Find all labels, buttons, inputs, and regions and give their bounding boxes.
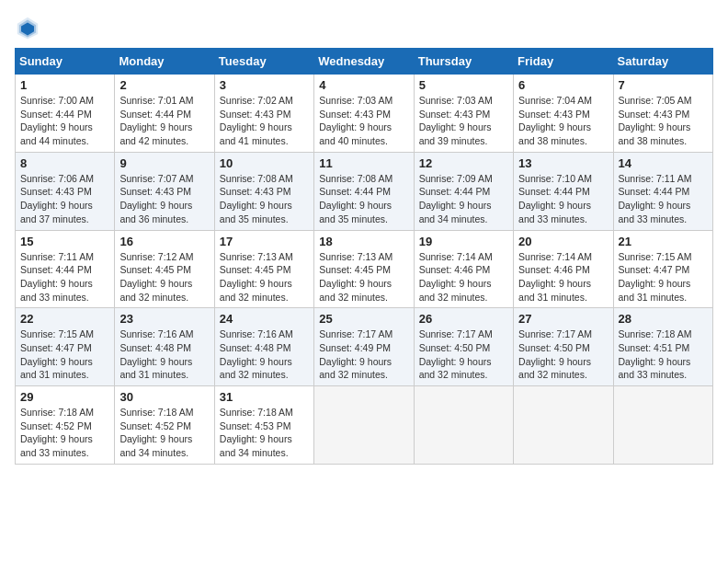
logo-icon: [15, 15, 40, 40]
day-number: 25: [319, 312, 408, 326]
day-of-week-header: Tuesday: [214, 49, 313, 75]
calendar-cell: 24Sunrise: 7:16 AMSunset: 4:48 PMDayligh…: [214, 308, 313, 386]
day-number: 9: [119, 156, 209, 170]
day-number: 10: [220, 156, 309, 170]
day-info: Sunrise: 7:15 AMSunset: 4:47 PMDaylight:…: [619, 250, 708, 304]
day-number: 11: [319, 156, 408, 170]
calendar-cell: 28Sunrise: 7:18 AMSunset: 4:51 PMDayligh…: [613, 308, 712, 386]
day-number: 2: [119, 78, 209, 92]
day-info: Sunrise: 7:06 AMSunset: 4:43 PMDaylight:…: [20, 172, 109, 226]
day-info: Sunrise: 7:00 AMSunset: 4:44 PMDaylight:…: [20, 94, 109, 148]
day-number: 16: [119, 235, 209, 248]
day-number: 26: [419, 312, 508, 326]
day-number: 22: [20, 312, 109, 326]
calendar-cell: 26Sunrise: 7:17 AMSunset: 4:50 PMDayligh…: [414, 308, 513, 386]
day-info: Sunrise: 7:08 AMSunset: 4:43 PMDaylight:…: [220, 172, 309, 226]
calendar-cell: 6Sunrise: 7:04 AMSunset: 4:43 PMDaylight…: [514, 75, 613, 153]
day-number: 8: [20, 156, 109, 170]
day-info: Sunrise: 7:03 AMSunset: 4:43 PMDaylight:…: [419, 94, 508, 148]
day-info: Sunrise: 7:14 AMSunset: 4:46 PMDaylight:…: [419, 250, 508, 304]
calendar-cell: 11Sunrise: 7:08 AMSunset: 4:44 PMDayligh…: [314, 152, 414, 230]
calendar-cell: 29Sunrise: 7:18 AMSunset: 4:52 PMDayligh…: [16, 386, 115, 465]
day-number: 12: [419, 156, 508, 170]
calendar-cell: 5Sunrise: 7:03 AMSunset: 4:43 PMDaylight…: [414, 75, 513, 153]
calendar-cell: 4Sunrise: 7:03 AMSunset: 4:43 PMDaylight…: [314, 75, 414, 153]
day-info: Sunrise: 7:04 AMSunset: 4:43 PMDaylight:…: [518, 94, 608, 148]
day-number: 23: [119, 312, 209, 326]
day-of-week-header: Friday: [514, 49, 613, 75]
day-info: Sunrise: 7:08 AMSunset: 4:44 PMDaylight:…: [319, 172, 408, 226]
day-info: Sunrise: 7:16 AMSunset: 4:48 PMDaylight:…: [220, 327, 309, 382]
day-number: 7: [619, 78, 708, 92]
calendar-header-row: SundayMondayTuesdayWednesdayThursdayFrid…: [16, 49, 713, 75]
day-info: Sunrise: 7:18 AMSunset: 4:53 PMDaylight:…: [220, 406, 309, 460]
day-of-week-header: Sunday: [16, 49, 115, 75]
calendar-table: SundayMondayTuesdayWednesdayThursdayFrid…: [15, 48, 713, 465]
calendar-cell: 3Sunrise: 7:02 AMSunset: 4:43 PMDaylight…: [214, 75, 313, 153]
day-number: 1: [20, 78, 109, 92]
day-number: 6: [518, 78, 608, 92]
page-header: [15, 15, 713, 40]
day-info: Sunrise: 7:07 AMSunset: 4:43 PMDaylight:…: [119, 172, 209, 226]
day-number: 29: [20, 390, 109, 404]
calendar-cell: [613, 386, 712, 465]
day-number: 27: [518, 312, 608, 326]
calendar-cell: 30Sunrise: 7:18 AMSunset: 4:52 PMDayligh…: [115, 386, 214, 465]
day-info: Sunrise: 7:18 AMSunset: 4:52 PMDaylight:…: [20, 406, 109, 460]
logo: [15, 15, 44, 40]
day-info: Sunrise: 7:11 AMSunset: 4:44 PMDaylight:…: [20, 250, 109, 304]
calendar-cell: 1Sunrise: 7:00 AMSunset: 4:44 PMDaylight…: [16, 75, 115, 153]
day-info: Sunrise: 7:12 AMSunset: 4:45 PMDaylight:…: [119, 250, 209, 304]
calendar-week-row: 1Sunrise: 7:00 AMSunset: 4:44 PMDaylight…: [16, 75, 713, 153]
calendar-cell: [414, 386, 513, 465]
day-info: Sunrise: 7:17 AMSunset: 4:50 PMDaylight:…: [518, 327, 608, 382]
day-info: Sunrise: 7:14 AMSunset: 4:46 PMDaylight:…: [518, 250, 608, 304]
day-number: 28: [619, 312, 708, 326]
day-info: Sunrise: 7:09 AMSunset: 4:44 PMDaylight:…: [419, 172, 508, 226]
day-info: Sunrise: 7:11 AMSunset: 4:44 PMDaylight:…: [619, 172, 708, 226]
calendar-cell: 23Sunrise: 7:16 AMSunset: 4:48 PMDayligh…: [115, 308, 214, 386]
calendar-week-row: 8Sunrise: 7:06 AMSunset: 4:43 PMDaylight…: [16, 152, 713, 230]
day-info: Sunrise: 7:02 AMSunset: 4:43 PMDaylight:…: [220, 94, 309, 148]
day-number: 24: [220, 312, 309, 326]
calendar-cell: 2Sunrise: 7:01 AMSunset: 4:44 PMDaylight…: [115, 75, 214, 153]
calendar-cell: [314, 386, 414, 465]
calendar-cell: 7Sunrise: 7:05 AMSunset: 4:43 PMDaylight…: [613, 75, 712, 153]
calendar-cell: 25Sunrise: 7:17 AMSunset: 4:49 PMDayligh…: [314, 308, 414, 386]
day-info: Sunrise: 7:01 AMSunset: 4:44 PMDaylight:…: [119, 94, 209, 148]
day-number: 19: [419, 235, 508, 248]
day-number: 13: [518, 156, 608, 170]
day-info: Sunrise: 7:03 AMSunset: 4:43 PMDaylight:…: [319, 94, 408, 148]
day-info: Sunrise: 7:17 AMSunset: 4:49 PMDaylight:…: [319, 327, 408, 382]
calendar-cell: 18Sunrise: 7:13 AMSunset: 4:45 PMDayligh…: [314, 230, 414, 308]
day-number: 30: [119, 390, 209, 404]
day-number: 31: [220, 390, 309, 404]
calendar-week-row: 15Sunrise: 7:11 AMSunset: 4:44 PMDayligh…: [16, 230, 713, 308]
day-info: Sunrise: 7:13 AMSunset: 4:45 PMDaylight:…: [319, 250, 408, 304]
day-info: Sunrise: 7:10 AMSunset: 4:44 PMDaylight:…: [518, 172, 608, 226]
day-number: 14: [619, 156, 708, 170]
calendar-cell: 27Sunrise: 7:17 AMSunset: 4:50 PMDayligh…: [514, 308, 613, 386]
calendar-cell: 10Sunrise: 7:08 AMSunset: 4:43 PMDayligh…: [214, 152, 313, 230]
day-number: 15: [20, 235, 109, 248]
calendar-cell: 22Sunrise: 7:15 AMSunset: 4:47 PMDayligh…: [16, 308, 115, 386]
day-number: 21: [619, 235, 708, 248]
calendar-cell: 19Sunrise: 7:14 AMSunset: 4:46 PMDayligh…: [414, 230, 513, 308]
calendar-cell: 15Sunrise: 7:11 AMSunset: 4:44 PMDayligh…: [16, 230, 115, 308]
day-info: Sunrise: 7:15 AMSunset: 4:47 PMDaylight:…: [20, 327, 109, 382]
day-number: 3: [220, 78, 309, 92]
day-of-week-header: Thursday: [414, 49, 513, 75]
calendar-cell: 31Sunrise: 7:18 AMSunset: 4:53 PMDayligh…: [214, 386, 313, 465]
calendar-cell: [514, 386, 613, 465]
day-number: 5: [419, 78, 508, 92]
day-info: Sunrise: 7:13 AMSunset: 4:45 PMDaylight:…: [220, 250, 309, 304]
day-of-week-header: Monday: [115, 49, 214, 75]
day-number: 4: [319, 78, 408, 92]
day-of-week-header: Wednesday: [314, 49, 414, 75]
calendar-cell: 20Sunrise: 7:14 AMSunset: 4:46 PMDayligh…: [514, 230, 613, 308]
calendar-cell: 8Sunrise: 7:06 AMSunset: 4:43 PMDaylight…: [16, 152, 115, 230]
day-number: 17: [220, 235, 309, 248]
day-number: 18: [319, 235, 408, 248]
day-info: Sunrise: 7:05 AMSunset: 4:43 PMDaylight:…: [619, 94, 708, 148]
calendar-cell: 9Sunrise: 7:07 AMSunset: 4:43 PMDaylight…: [115, 152, 214, 230]
